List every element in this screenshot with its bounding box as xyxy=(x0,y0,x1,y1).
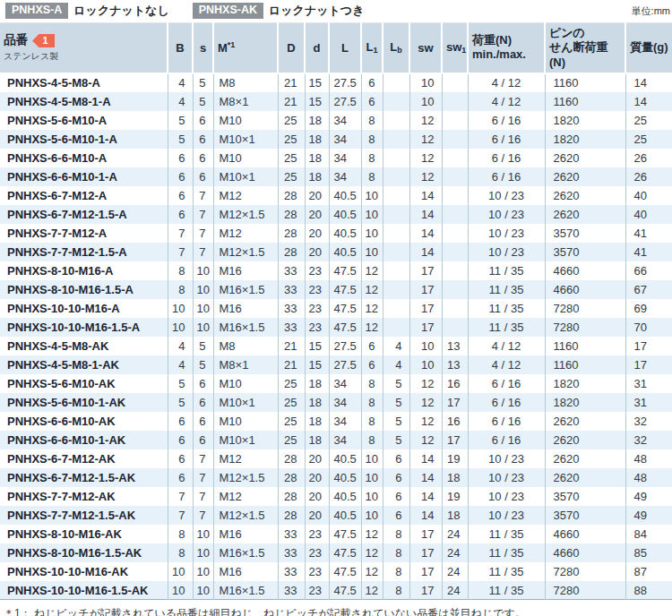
cell-L: 27.5 xyxy=(329,355,361,374)
cell-mass_g: 48 xyxy=(625,449,672,468)
cell-L: 34 xyxy=(329,393,361,412)
cell-sw: 14 xyxy=(409,243,442,261)
header-subscript: b xyxy=(397,46,402,55)
cell-L1: 10 xyxy=(361,224,383,243)
cell-D: 25 xyxy=(278,149,305,167)
table-row: PNHXS-7-7-M12-AK77M12282040.5106141910 /… xyxy=(0,487,672,506)
cell-pin_shear_load_N: 2620 xyxy=(545,412,625,431)
cell-sw: 10 xyxy=(409,337,442,355)
cell-d: 20 xyxy=(305,487,329,506)
cell-pin_shear_load_N: 3570 xyxy=(545,224,625,243)
cell-part: PNHXS-4-5-M8-A xyxy=(0,73,168,92)
cell-load_min_max: 6 / 16 xyxy=(468,393,545,412)
cell-L: 34 xyxy=(329,412,361,431)
table-row: PNHXS-7-7-M12-1.5-A77M12×1.5282040.51014… xyxy=(0,243,672,261)
cell-mass_g: 67 xyxy=(625,280,672,299)
cell-load_min_max: 6 / 16 xyxy=(468,412,545,431)
cell-B: 5 xyxy=(168,111,193,130)
cell-L: 40.5 xyxy=(329,449,361,468)
cell-d: 23 xyxy=(305,280,329,299)
cell-pin_shear_load_N: 1820 xyxy=(545,393,625,412)
table-row: PNHXS-4-5-M8-AK45M8211527.56410134 / 121… xyxy=(0,337,672,355)
cell-Lb: 4 xyxy=(383,355,409,374)
header-label-line2: min./max. xyxy=(472,47,540,62)
cell-s: 7 xyxy=(193,243,213,261)
cell-sw1: 24 xyxy=(442,562,468,581)
cell-L: 47.5 xyxy=(329,562,361,581)
cell-M: M10 xyxy=(213,412,278,431)
cell-load_min_max: 11 / 35 xyxy=(468,562,545,581)
cell-L: 40.5 xyxy=(329,506,361,525)
cell-sw: 17 xyxy=(409,280,442,299)
cell-Lb: 8 xyxy=(383,581,409,600)
cell-s: 6 xyxy=(193,431,213,449)
cell-B: 10 xyxy=(168,562,193,581)
cell-sw1 xyxy=(442,243,468,261)
cell-s: 10 xyxy=(193,525,213,543)
cell-load_min_max: 10 / 23 xyxy=(468,449,545,468)
cell-D: 28 xyxy=(278,205,305,224)
cell-sw1 xyxy=(442,130,468,149)
cell-D: 28 xyxy=(278,506,305,525)
cell-part: PNHXS-10-10-M16-AK xyxy=(0,562,168,581)
cell-Lb: 6 xyxy=(383,487,409,506)
cell-L1: 8 xyxy=(361,149,383,167)
cell-d: 20 xyxy=(305,468,329,487)
col-header-pin-shear-load: ピンの せん断荷重(N) xyxy=(545,23,625,73)
cell-sw1: 24 xyxy=(442,525,468,543)
cell-mass_g: 84 xyxy=(625,525,672,543)
cell-sw: 17 xyxy=(409,525,442,543)
table-row: PNHXS-6-7-M12-A67M12282040.5101410 / 232… xyxy=(0,186,672,205)
footnote-text: ＊1： ねじピッチが記載されている品番は細目ねじ、ねじピッチが記載されていない品… xyxy=(4,606,672,616)
cell-L: 40.5 xyxy=(329,468,361,487)
cell-s: 5 xyxy=(193,73,213,92)
cell-s: 10 xyxy=(193,299,213,318)
cell-B: 8 xyxy=(168,543,193,562)
cell-D: 21 xyxy=(278,92,305,111)
table-row: PNHXS-6-7-M12-1.5-AK67M12×1.5282040.5106… xyxy=(0,468,672,487)
cell-sw1 xyxy=(442,73,468,92)
spec-table: 品番 1 ステンレス製 B s M*1 D d L L1 Lb sw sw1 荷… xyxy=(0,22,672,600)
table-row: PNHXS-6-6-M10-1-AK66M10×12518348512176 /… xyxy=(0,431,672,449)
cell-load_min_max: 11 / 35 xyxy=(468,261,545,280)
cell-sw: 14 xyxy=(409,205,442,224)
table-row: PNHXS-5-6-M10-AK56M102518348512166 / 161… xyxy=(0,374,672,393)
cell-load_min_max: 4 / 12 xyxy=(468,92,545,111)
cell-sw1: 19 xyxy=(442,449,468,468)
cell-sw1 xyxy=(442,167,468,186)
cell-D: 33 xyxy=(278,525,305,543)
legend-item-pnhxs-a: PNHXS-A ロックナットなし xyxy=(5,3,169,19)
table-row: PNHXS-4-5-M8-1-AK45M8×1211527.56410134 /… xyxy=(0,355,672,374)
cell-sw1 xyxy=(442,149,468,167)
cell-d: 23 xyxy=(305,525,329,543)
part-header-wrap: 品番 1 xyxy=(4,32,163,48)
header-label-line2: せん断荷重(N) xyxy=(549,40,621,70)
cell-B: 6 xyxy=(168,412,193,431)
cell-M: M10×1 xyxy=(213,130,278,149)
cell-d: 18 xyxy=(305,431,329,449)
cell-sw1: 13 xyxy=(442,337,468,355)
cell-sw1 xyxy=(442,280,468,299)
cell-L1: 10 xyxy=(361,487,383,506)
cell-D: 28 xyxy=(278,243,305,261)
table-row: PNHXS-8-10-M16-1.5-A810M16×1.5332347.512… xyxy=(0,280,672,299)
cell-sw1: 24 xyxy=(442,543,468,562)
cell-M: M10×1 xyxy=(213,167,278,186)
cell-M: M12×1.5 xyxy=(213,205,278,224)
cell-mass_g: 66 xyxy=(625,261,672,280)
cell-L: 40.5 xyxy=(329,205,361,224)
table-row: PNHXS-6-7-M12-1.5-A67M12×1.5282040.51014… xyxy=(0,205,672,224)
cell-d: 23 xyxy=(305,261,329,280)
cell-part: PNHXS-8-10-M16-1.5-AK xyxy=(0,543,168,562)
cell-pin_shear_load_N: 1160 xyxy=(545,337,625,355)
cell-B: 4 xyxy=(168,73,193,92)
cell-mass_g: 32 xyxy=(625,412,672,431)
col-header-L1: L1 xyxy=(361,23,383,73)
cell-sw1: 16 xyxy=(442,412,468,431)
cell-Lb xyxy=(383,111,409,130)
cell-mass_g: 14 xyxy=(625,92,672,111)
cell-B: 10 xyxy=(168,299,193,318)
cell-pin_shear_load_N: 1160 xyxy=(545,355,625,374)
table-row: PNHXS-10-10-M16-AK1010M16332347.51281724… xyxy=(0,562,672,581)
cell-M: M12×1.5 xyxy=(213,506,278,525)
